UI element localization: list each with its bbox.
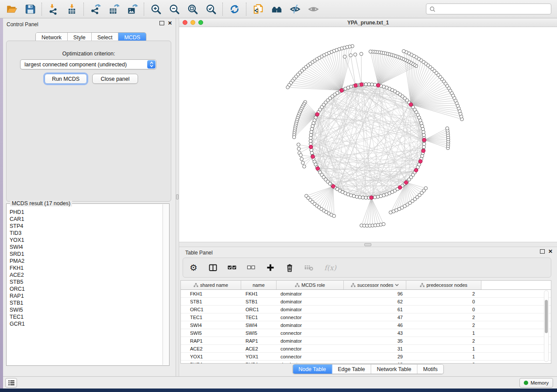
search-field[interactable] xyxy=(426,3,551,14)
column-header-shared-name[interactable]: shared name xyxy=(181,281,241,289)
network-hub-node[interactable] xyxy=(377,83,381,87)
show-hide-button[interactable] xyxy=(304,1,322,17)
tab-edge-table[interactable]: Edge Table xyxy=(332,364,371,374)
network-node[interactable] xyxy=(301,161,304,165)
network-node[interactable] xyxy=(424,186,428,190)
table-row[interactable]: SWI5SWI5connector431 xyxy=(181,329,551,337)
close-panel-button[interactable]: Close panel xyxy=(92,74,138,84)
column-header-mcds-role[interactable]: MCDS role xyxy=(277,281,344,289)
mcds-result-item[interactable]: STP4 xyxy=(10,223,163,230)
network-node[interactable] xyxy=(367,83,371,86)
mcds-result-item[interactable]: SRD1 xyxy=(10,251,163,258)
network-view[interactable] xyxy=(179,27,557,242)
table-row[interactable]: ORC1ORC1dominator610 xyxy=(181,306,551,313)
tab-motifs[interactable]: Motifs xyxy=(417,364,443,374)
network-node[interactable] xyxy=(343,55,346,58)
network-hub-node[interactable] xyxy=(331,185,335,189)
network-node[interactable] xyxy=(364,196,368,199)
mcds-result-item[interactable]: ORC1 xyxy=(10,285,163,292)
mcds-result-item[interactable]: RAP1 xyxy=(10,292,163,299)
table-row[interactable]: FKH1FKH1dominator962 xyxy=(181,290,551,298)
fit-content-button[interactable] xyxy=(183,1,202,17)
mcds-result-item[interactable]: SWI5 xyxy=(10,306,163,313)
apply-layout-button[interactable] xyxy=(225,1,244,17)
network-hub-node[interactable] xyxy=(370,196,374,199)
import-table-button[interactable] xyxy=(63,1,81,17)
find-button[interactable] xyxy=(267,1,286,17)
show-columns-button[interactable] xyxy=(208,262,218,273)
table-row[interactable]: SWI4SWI4dominator462 xyxy=(181,321,551,329)
network-hub-node[interactable] xyxy=(360,83,363,86)
network-node[interactable] xyxy=(446,127,449,130)
criterion-select[interactable]: largest connected component (undirected) xyxy=(20,59,156,69)
network-node[interactable] xyxy=(358,196,362,199)
network-hub-node[interactable] xyxy=(409,103,413,107)
network-node[interactable] xyxy=(361,196,365,199)
network-hub-node[interactable] xyxy=(422,138,426,142)
table-row[interactable]: STB1STB1dominator620 xyxy=(181,298,551,306)
network-hub-node[interactable] xyxy=(340,89,344,93)
network-hub-node[interactable] xyxy=(315,113,319,117)
network-node[interactable] xyxy=(310,127,314,131)
network-node[interactable] xyxy=(309,133,313,137)
network-node[interactable] xyxy=(364,83,368,86)
close-panel-icon[interactable]: ✕ xyxy=(168,21,172,25)
network-node[interactable] xyxy=(297,147,301,151)
network-hub-node[interactable] xyxy=(311,155,315,159)
mcds-result-item[interactable]: CAR1 xyxy=(10,216,163,223)
clone-network-button[interactable] xyxy=(249,1,267,17)
open-session-button[interactable] xyxy=(3,1,21,17)
export-table-button[interactable] xyxy=(105,1,123,17)
network-node[interactable] xyxy=(292,135,296,139)
network-hub-node[interactable] xyxy=(419,159,422,163)
mcds-result-item[interactable]: SWI4 xyxy=(10,244,163,251)
table-row[interactable]: RAP1RAP1dominator352 xyxy=(181,337,551,345)
mcds-result-item[interactable]: FKH1 xyxy=(10,265,163,272)
network-hub-node[interactable] xyxy=(354,84,358,88)
table-settings-button[interactable]: ⚙ xyxy=(188,262,199,273)
zoom-out-button[interactable] xyxy=(165,1,183,17)
network-node[interactable] xyxy=(303,165,306,168)
network-node[interactable] xyxy=(369,50,372,53)
mcds-result-item[interactable]: STB1 xyxy=(10,299,163,306)
float-panel-icon[interactable] xyxy=(540,249,545,254)
network-node[interactable] xyxy=(286,86,290,89)
mcds-result-item[interactable]: YOX1 xyxy=(10,237,163,244)
column-header-predecessor-nodes[interactable]: predecessor nodes xyxy=(406,281,481,289)
network-node[interactable] xyxy=(353,53,357,56)
column-header-name[interactable]: name xyxy=(241,281,277,289)
table-scrollbar-thumb[interactable] xyxy=(545,300,548,333)
network-node[interactable] xyxy=(355,195,359,199)
mcds-result-item[interactable]: PMA2 xyxy=(10,258,163,265)
network-titlebar[interactable]: YPA_prune.txt_1 xyxy=(179,18,557,27)
close-panel-icon[interactable]: ✕ xyxy=(548,249,553,254)
zoom-selected-button[interactable] xyxy=(202,1,220,17)
network-node[interactable] xyxy=(376,195,380,199)
network-node[interactable] xyxy=(299,154,303,157)
network-hub-node[interactable] xyxy=(398,186,402,189)
run-mcds-button[interactable]: Run MCDS xyxy=(45,74,87,84)
mcds-result-item[interactable]: ACE2 xyxy=(10,272,163,279)
delete-column-button[interactable] xyxy=(284,262,295,273)
network-node[interactable] xyxy=(382,223,385,226)
mcds-result-item[interactable]: PHD1 xyxy=(10,209,163,216)
network-node[interactable] xyxy=(373,83,377,86)
network-node[interactable] xyxy=(402,49,405,53)
vertical-splitter[interactable] xyxy=(176,18,179,376)
horizontal-splitter[interactable] xyxy=(179,242,557,247)
graphics-details-button[interactable] xyxy=(286,1,304,17)
export-image-button[interactable] xyxy=(123,1,142,17)
zoom-in-button[interactable] xyxy=(147,1,165,17)
network-node[interactable] xyxy=(422,142,426,146)
mcds-result-scrollbar[interactable] xyxy=(163,204,169,365)
horizontal-splitter-handle[interactable] xyxy=(364,243,371,246)
table-row[interactable]: ACE2ACE2connector311 xyxy=(181,345,551,353)
network-node[interactable] xyxy=(422,145,426,149)
network-node[interactable] xyxy=(309,139,312,143)
table-row[interactable]: TEC1TEC1connector472 xyxy=(181,313,551,321)
network-node[interactable] xyxy=(310,131,313,134)
tab-network-table[interactable]: Network Table xyxy=(371,364,418,374)
column-header-successor-nodes[interactable]: successor nodes xyxy=(344,281,406,289)
network-node[interactable] xyxy=(300,157,304,161)
save-session-button[interactable] xyxy=(21,1,39,17)
